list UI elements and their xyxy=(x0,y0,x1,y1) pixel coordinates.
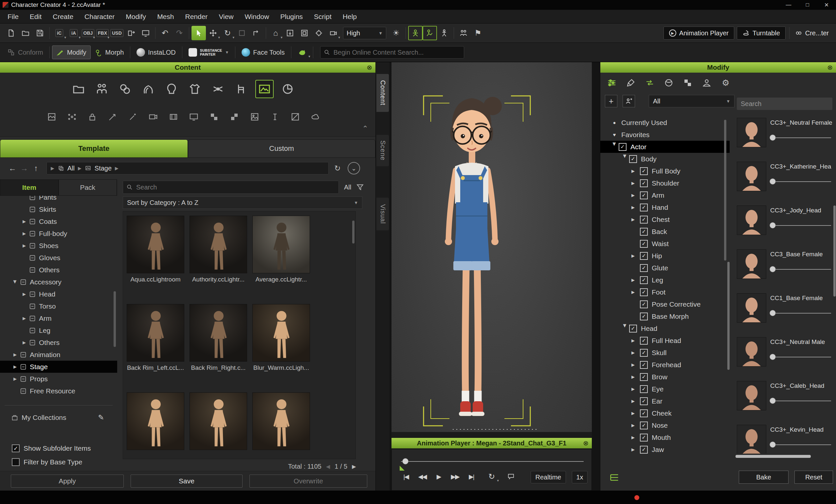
loop-icon[interactable]: ↻ xyxy=(484,470,499,483)
morph-checkbox[interactable]: ✓ xyxy=(640,409,648,417)
content-tree-item[interactable]: ▶ Skirts xyxy=(0,203,117,215)
tab-pack[interactable]: Pack xyxy=(59,179,117,196)
modify-tree-item[interactable]: ▶ ✓ Forehead xyxy=(600,359,729,371)
expand-arrow-icon[interactable]: ▶ xyxy=(11,352,19,357)
save-icon[interactable] xyxy=(33,26,47,40)
morph-checkbox[interactable]: ✓ xyxy=(640,216,648,224)
expand-arrow-icon[interactable]: ▶ xyxy=(631,193,640,198)
content-tree-item[interactable]: ▶ Others xyxy=(0,264,117,276)
expand-arrow-icon[interactable]: ▶ xyxy=(631,374,640,379)
content-thumbnail[interactable]: Back Rim_Left.ccL... xyxy=(127,304,184,371)
morph-checkbox[interactable]: ✓ xyxy=(629,155,637,163)
morph-slider-handle[interactable] xyxy=(770,354,776,360)
morph-slider-track[interactable] xyxy=(770,313,831,313)
morph-slider-handle[interactable] xyxy=(770,442,776,448)
modify-tree-item[interactable]: ▶ ✓ Head xyxy=(600,322,729,334)
content-tree-item[interactable]: ▶ Others xyxy=(0,336,117,349)
creator-button[interactable]: Cre...ter xyxy=(793,26,831,40)
morph-checkbox[interactable]: ✓ xyxy=(640,203,648,211)
head-category-icon[interactable] xyxy=(163,80,181,98)
content-tree-item[interactable]: ▶ Pants xyxy=(0,196,117,203)
tab-template[interactable]: Template xyxy=(0,139,188,158)
texture-icon[interactable] xyxy=(44,109,59,124)
modify-tree-item[interactable]: ▶ ✓ Skull xyxy=(600,347,729,359)
morph-checkbox[interactable]: ✓ xyxy=(640,276,648,284)
expand-arrow-icon[interactable]: ▶ xyxy=(20,243,28,248)
modify-tree-item[interactable]: ▶ ✓ Cheek xyxy=(600,407,729,419)
morph-checkbox[interactable]: ✓ xyxy=(640,167,648,175)
export-obj-icon[interactable]: OBJ xyxy=(81,26,95,40)
props-category-icon[interactable] xyxy=(279,80,297,98)
export-fbx-icon[interactable]: FBX xyxy=(95,26,110,40)
face-tools-button[interactable]: Face Tools xyxy=(238,45,288,59)
focus-target-icon[interactable] xyxy=(311,26,326,40)
flag-icon[interactable]: ⚑ xyxy=(471,26,485,40)
pivot-tool-icon[interactable] xyxy=(249,26,264,40)
expand-arrow-icon[interactable]: ▶ xyxy=(631,350,640,355)
expand-arrow-icon[interactable]: ▶ xyxy=(13,278,18,286)
adjust-sliders-icon[interactable] xyxy=(605,76,619,90)
scale-tool-icon[interactable] xyxy=(235,26,249,40)
caption-icon[interactable] xyxy=(504,470,518,483)
menu-item[interactable]: Mesh xyxy=(152,10,179,23)
modify-tree-item[interactable]: ▶ ✓ Brow xyxy=(600,371,729,383)
morph-checkbox[interactable]: ✓ xyxy=(640,228,648,236)
menu-item[interactable]: Edit xyxy=(24,10,47,23)
video-icon[interactable] xyxy=(146,109,160,124)
morph-transfer-icon[interactable] xyxy=(643,76,657,90)
menu-item[interactable]: Plugins xyxy=(274,10,308,23)
lighting-icon[interactable]: ☀ xyxy=(389,26,403,40)
folder-category-icon[interactable] xyxy=(70,80,88,98)
morph-item[interactable]: CC3+_Neutral Female xyxy=(734,115,836,158)
apply-button[interactable]: Apply xyxy=(11,474,124,488)
nav-up-icon[interactable]: ↑ xyxy=(30,163,42,173)
morph-slider-track[interactable] xyxy=(770,357,831,357)
refresh-icon[interactable]: ↻ xyxy=(331,162,344,174)
export-usd-icon[interactable]: USD xyxy=(110,26,124,40)
expand-arrow-icon[interactable]: ▶ xyxy=(20,292,28,296)
currently-used-item[interactable]: ● Currently Used xyxy=(600,117,729,129)
morph-checkbox[interactable]: ✓ xyxy=(640,288,648,296)
menu-item[interactable]: Character xyxy=(79,10,120,23)
content-thumbnail[interactable]: Blur_Warm.ccLigh... xyxy=(252,304,310,371)
modify-tree-item[interactable]: ▶ ✓ Chest xyxy=(600,213,729,226)
menu-item[interactable]: Help xyxy=(337,10,362,23)
dart-icon[interactable] xyxy=(105,109,120,124)
modify-tree-item[interactable]: ▶ ✓ Body xyxy=(600,153,729,165)
substance-painter-button[interactable]: SUBSTANCEPAINTER▼ xyxy=(185,45,233,59)
morph-slider-track[interactable] xyxy=(770,401,831,401)
content-tree-item[interactable]: ▶ Free Resource xyxy=(0,385,117,397)
expand-arrow-icon[interactable]: ▶ xyxy=(20,340,28,345)
modify-tree-item[interactable]: ▶ ✓ Glute xyxy=(600,262,729,274)
modify-tree-item[interactable]: ▶ ✓ Shoulder xyxy=(600,177,729,189)
stage-category-icon[interactable] xyxy=(255,80,274,98)
morph-item[interactable]: CC1_Base Female xyxy=(734,290,836,334)
morph-search-box[interactable] xyxy=(737,98,832,110)
morph-checkbox[interactable]: ✓ xyxy=(640,361,648,369)
tab-custom[interactable]: Custom xyxy=(188,139,376,158)
morph-checkbox[interactable]: ✓ xyxy=(640,313,648,321)
modify-tree-item[interactable]: ▶ ✓ Eye xyxy=(600,383,729,395)
content-tree-item[interactable]: ▶ Shoes xyxy=(0,239,117,252)
edit-motion-icon[interactable] xyxy=(423,26,437,40)
transport-button[interactable]: |◀ xyxy=(398,470,414,483)
skin-category-icon[interactable] xyxy=(116,80,134,98)
expand-arrow-icon[interactable]: ▶ xyxy=(631,362,640,367)
add-morph-button[interactable]: + xyxy=(605,95,618,107)
content-tree-item[interactable]: ▶ Head xyxy=(0,288,117,300)
accessory-category-icon[interactable] xyxy=(209,80,227,98)
morph-checkbox[interactable]: ✓ xyxy=(640,191,648,199)
minimize-button[interactable]: — xyxy=(779,0,798,10)
export-ia-icon[interactable]: iA xyxy=(66,26,81,40)
cartoon-animator-button[interactable] xyxy=(293,45,311,59)
tab-item[interactable]: Item xyxy=(0,179,59,196)
frame-all-icon[interactable] xyxy=(283,26,297,40)
reset-button[interactable]: Reset xyxy=(794,471,833,484)
morph-item[interactable]: CC3+_Jody_Head xyxy=(734,202,836,246)
content-thumbnail[interactable] xyxy=(127,392,184,453)
proportion-icon[interactable] xyxy=(437,26,451,40)
frame-selected-icon[interactable] xyxy=(297,26,311,40)
modify-tree-item[interactable]: ▶ ✓ Foot xyxy=(600,286,729,298)
content-tree-item[interactable]: ▶ Animation xyxy=(0,349,117,361)
redo-icon[interactable]: ↷ xyxy=(172,26,187,40)
